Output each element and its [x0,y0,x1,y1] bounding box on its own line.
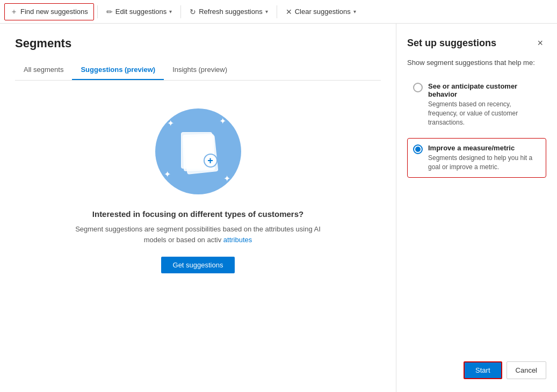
sparkle-tr-icon: ✦ [219,116,226,126]
panel-footer: Start Cancel [407,353,546,379]
main-layout: Segments All segments Suggestions (previ… [0,24,557,392]
tabs-bar: All segments Suggestions (preview) Insig… [15,60,381,81]
radio-desc-1: Segments based on recency, frequency, or… [428,100,540,127]
refresh-suggestions-label: Refresh suggestions [199,8,263,16]
edit-suggestions-label: Edit suggestions [115,8,167,16]
panel-header: Set up suggestions × [407,37,546,50]
start-button[interactable]: Start [464,361,502,379]
sparkle-bl-icon: ✦ [164,169,171,179]
separator [97,5,98,18]
plus-badge: + [204,154,218,168]
plus-icon: ＋ [10,7,18,17]
radio-text-1: See or anticipate customer behavior Segm… [428,82,540,127]
radio-circle-1 [413,83,423,92]
toolbar: ＋ Find new suggestions ✏ Edit suggestion… [0,0,557,24]
illustration-title: Interested in focusing on different type… [92,209,303,219]
pages-stack: + [179,132,218,171]
tab-all-segments[interactable]: All segments [15,60,72,80]
radio-label-1: See or anticipate customer behavior [428,82,540,98]
clear-suggestions-label: Clear suggestions [295,8,351,16]
tab-insights-preview[interactable]: Insights (preview) [164,60,236,80]
radio-desc-2: Segments designed to help you hit a goal… [428,154,540,172]
page-title: Segments [15,37,381,50]
radio-option-customer-behavior[interactable]: See or anticipate customer behavior Segm… [407,76,546,133]
find-suggestions-label: Find new suggestions [20,8,88,16]
refresh-icon: ↻ [190,8,196,16]
radio-label-2: Improve a measure/metric [428,144,540,152]
edit-icon: ✏ [106,8,113,16]
illustration-link[interactable]: attributes [223,236,252,244]
refresh-chevron-icon: ▾ [265,9,268,14]
tab-suggestions-preview[interactable]: Suggestions (preview) [72,60,164,80]
left-content: Segments All segments Suggestions (previ… [0,24,396,392]
sparkle-br-icon: ✦ [223,173,230,184]
clear-suggestions-button[interactable]: ✕ Clear suggestions ▾ [280,4,361,19]
radio-text-2: Improve a measure/metric Segments design… [428,144,540,172]
panel-subtitle: Show segment suggestions that help me: [407,59,546,67]
edit-suggestions-button[interactable]: ✏ Edit suggestions ▾ [101,4,177,19]
panel-title: Set up suggestions [407,38,496,49]
refresh-suggestions-button[interactable]: ↻ Refresh suggestions ▾ [184,4,273,19]
close-icon: ✕ [286,8,292,16]
cancel-button[interactable]: Cancel [507,361,546,379]
separator2 [180,5,181,18]
edit-chevron-icon: ▾ [169,9,172,14]
circle-illustration: ✦ ✦ ✦ ✦ + [155,108,241,194]
separator3 [277,5,277,18]
clear-chevron-icon: ▾ [353,9,356,14]
panel-close-button[interactable]: × [534,37,546,50]
illustration-desc: Segment suggestions are segment possibil… [69,224,327,245]
illustration-area: ✦ ✦ ✦ ✦ + Interested in focusing on diff… [15,98,381,295]
sparkle-tl-icon: ✦ [167,118,174,128]
radio-option-improve-metric[interactable]: Improve a measure/metric Segments design… [407,138,546,178]
get-suggestions-button[interactable]: Get suggestions [161,257,235,273]
right-panel: Set up suggestions × Show segment sugges… [396,24,557,392]
radio-circle-2 [413,144,423,154]
find-new-suggestions-button[interactable]: ＋ Find new suggestions [4,3,94,20]
